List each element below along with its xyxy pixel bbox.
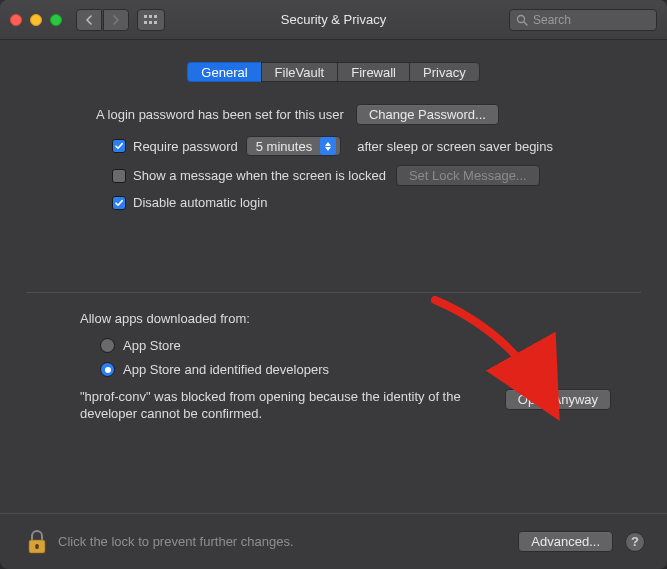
forward-button[interactable] (103, 9, 129, 31)
require-password-delay-select[interactable]: 5 minutes (246, 136, 341, 156)
radio-identified-developers-label: App Store and identified developers (123, 362, 329, 377)
svg-rect-5 (154, 21, 157, 24)
zoom-window-button[interactable] (50, 14, 62, 26)
svg-rect-1 (149, 15, 152, 18)
radio-app-store[interactable] (100, 338, 115, 353)
show-message-checkbox[interactable] (112, 169, 126, 183)
close-window-button[interactable] (10, 14, 22, 26)
advanced-button[interactable]: Advanced... (518, 531, 613, 552)
disable-auto-login-label: Disable automatic login (133, 195, 267, 210)
search-input[interactable]: Search (509, 9, 657, 31)
search-placeholder: Search (533, 13, 571, 27)
require-password-checkbox[interactable] (112, 139, 126, 153)
gatekeeper-heading: Allow apps downloaded from: (80, 311, 611, 326)
svg-point-6 (518, 15, 525, 22)
show-all-button[interactable] (137, 9, 165, 31)
tab-firewall[interactable]: Firewall (337, 62, 409, 82)
tab-general[interactable]: General (187, 62, 260, 82)
traffic-lights (10, 14, 62, 26)
section-divider (26, 292, 641, 293)
svg-rect-2 (154, 15, 157, 18)
titlebar: Security & Privacy Search (0, 0, 667, 40)
gatekeeper-section: Allow apps downloaded from: App Store Ap… (26, 311, 641, 422)
select-stepper-icon (320, 137, 336, 155)
change-password-button[interactable]: Change Password... (356, 104, 499, 125)
require-password-after-label: after sleep or screen saver begins (357, 139, 553, 154)
minimize-window-button[interactable] (30, 14, 42, 26)
svg-rect-0 (144, 15, 147, 18)
tab-privacy[interactable]: Privacy (409, 62, 480, 82)
show-message-label: Show a message when the screen is locked (133, 168, 386, 183)
nav-button-group (76, 9, 129, 31)
search-icon (516, 14, 528, 26)
disable-auto-login-checkbox[interactable] (112, 196, 126, 210)
open-anyway-button[interactable]: Open Anyway (505, 389, 611, 410)
back-button[interactable] (76, 9, 102, 31)
help-button[interactable]: ? (625, 532, 645, 552)
blocked-app-message: "hprof-conv" was blocked from opening be… (80, 389, 489, 422)
svg-rect-3 (144, 21, 147, 24)
login-password-label: A login password has been set for this u… (96, 107, 344, 122)
set-lock-message-button: Set Lock Message... (396, 165, 540, 186)
lock-icon (26, 528, 48, 556)
require-password-label: Require password (133, 139, 238, 154)
content-area: General FileVault Firewall Privacy A log… (0, 40, 667, 513)
tab-bar: General FileVault Firewall Privacy (26, 62, 641, 82)
footer: Click the lock to prevent further change… (0, 513, 667, 569)
security-privacy-window: Security & Privacy Search General FileVa… (0, 0, 667, 569)
login-password-section: A login password has been set for this u… (26, 104, 641, 210)
svg-line-7 (524, 22, 527, 25)
svg-rect-4 (149, 21, 152, 24)
svg-rect-9 (35, 544, 38, 549)
tab-filevault[interactable]: FileVault (261, 62, 338, 82)
radio-identified-developers[interactable] (100, 362, 115, 377)
lock-area[interactable]: Click the lock to prevent further change… (26, 528, 294, 556)
radio-app-store-label: App Store (123, 338, 181, 353)
lock-message: Click the lock to prevent further change… (58, 534, 294, 549)
require-password-delay-value: 5 minutes (256, 139, 312, 154)
